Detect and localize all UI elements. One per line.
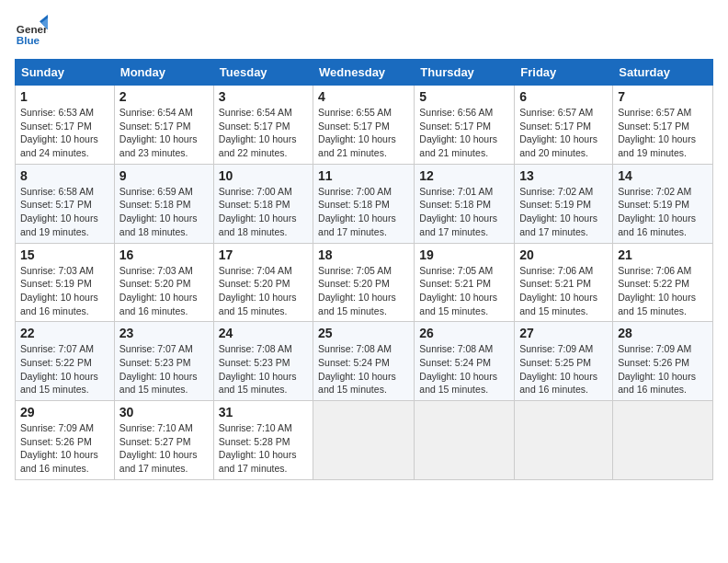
weekday-header-thursday: Thursday [415,60,515,86]
calendar-cell: 31Sunrise: 7:10 AM Sunset: 5:28 PM Dayli… [213,401,313,480]
calendar-cell: 5Sunrise: 6:56 AM Sunset: 5:17 PM Daylig… [415,86,515,165]
page-header: General Blue [15,15,713,48]
day-number: 30 [119,405,209,419]
calendar-cell: 8Sunrise: 6:58 AM Sunset: 5:17 PM Daylig… [16,164,115,243]
day-number: 3 [219,89,308,104]
day-info: Sunrise: 7:09 AM Sunset: 5:26 PM Dayligh… [20,421,109,476]
day-info: Sunrise: 7:10 AM Sunset: 5:28 PM Dayligh… [219,421,308,476]
day-info: Sunrise: 7:07 AM Sunset: 5:23 PM Dayligh… [119,342,209,396]
weekday-header-saturday: Saturday [613,60,713,86]
day-number: 13 [519,168,608,183]
day-number: 12 [419,168,509,183]
day-number: 24 [219,326,308,340]
day-info: Sunrise: 7:00 AM Sunset: 5:18 PM Dayligh… [318,185,409,239]
calendar-cell: 14Sunrise: 7:02 AM Sunset: 5:19 PM Dayli… [613,164,713,243]
calendar-cell: 27Sunrise: 7:09 AM Sunset: 5:25 PM Dayli… [515,322,613,401]
day-number: 5 [419,89,509,104]
calendar-week-4: 22Sunrise: 7:07 AM Sunset: 5:22 PM Dayli… [16,322,713,401]
logo-icon: General Blue [15,15,48,48]
day-info: Sunrise: 6:58 AM Sunset: 5:17 PM Dayligh… [20,185,109,239]
calendar-cell [415,401,515,480]
day-info: Sunrise: 7:00 AM Sunset: 5:18 PM Dayligh… [219,185,308,239]
calendar-cell: 21Sunrise: 7:06 AM Sunset: 5:22 PM Dayli… [613,243,713,322]
day-number: 20 [519,247,608,262]
calendar-week-2: 8Sunrise: 6:58 AM Sunset: 5:17 PM Daylig… [16,164,713,243]
calendar-cell: 6Sunrise: 6:57 AM Sunset: 5:17 PM Daylig… [515,86,613,165]
day-info: Sunrise: 6:54 AM Sunset: 5:17 PM Dayligh… [219,106,308,160]
calendar-cell: 16Sunrise: 7:03 AM Sunset: 5:20 PM Dayli… [114,243,213,322]
day-number: 17 [219,247,308,262]
calendar-cell: 2Sunrise: 6:54 AM Sunset: 5:17 PM Daylig… [114,86,213,165]
day-number: 14 [618,168,708,183]
calendar-cell: 26Sunrise: 7:08 AM Sunset: 5:24 PM Dayli… [415,322,515,401]
calendar-cell: 20Sunrise: 7:06 AM Sunset: 5:21 PM Dayli… [515,243,613,322]
day-number: 19 [419,247,509,262]
day-info: Sunrise: 7:01 AM Sunset: 5:18 PM Dayligh… [419,185,509,239]
day-number: 15 [20,247,109,262]
day-info: Sunrise: 7:05 AM Sunset: 5:21 PM Dayligh… [419,264,509,318]
calendar-week-5: 29Sunrise: 7:09 AM Sunset: 5:26 PM Dayli… [16,401,713,480]
weekday-header-monday: Monday [114,60,213,86]
weekday-header-wednesday: Wednesday [313,60,415,86]
calendar-cell: 25Sunrise: 7:08 AM Sunset: 5:24 PM Dayli… [313,322,415,401]
day-number: 27 [519,326,608,340]
day-info: Sunrise: 6:57 AM Sunset: 5:17 PM Dayligh… [618,106,708,160]
day-number: 1 [20,89,109,104]
day-number: 10 [219,168,308,183]
calendar-cell [515,401,613,480]
day-info: Sunrise: 7:07 AM Sunset: 5:22 PM Dayligh… [20,342,109,396]
day-number: 2 [119,89,209,104]
day-info: Sunrise: 6:57 AM Sunset: 5:17 PM Dayligh… [519,106,608,160]
day-number: 25 [318,326,409,340]
day-info: Sunrise: 7:08 AM Sunset: 5:24 PM Dayligh… [419,342,509,396]
day-number: 22 [20,326,109,340]
calendar-table: SundayMondayTuesdayWednesdayThursdayFrid… [15,59,713,480]
day-number: 23 [119,326,209,340]
calendar-cell: 13Sunrise: 7:02 AM Sunset: 5:19 PM Dayli… [515,164,613,243]
day-info: Sunrise: 6:59 AM Sunset: 5:18 PM Dayligh… [119,185,209,239]
day-info: Sunrise: 7:09 AM Sunset: 5:25 PM Dayligh… [519,342,608,396]
day-number: 18 [318,247,409,262]
calendar-cell: 7Sunrise: 6:57 AM Sunset: 5:17 PM Daylig… [613,86,713,165]
day-info: Sunrise: 7:09 AM Sunset: 5:26 PM Dayligh… [618,342,708,396]
calendar-cell: 1Sunrise: 6:53 AM Sunset: 5:17 PM Daylig… [16,86,115,165]
day-info: Sunrise: 7:03 AM Sunset: 5:20 PM Dayligh… [119,264,209,318]
calendar-cell: 30Sunrise: 7:10 AM Sunset: 5:27 PM Dayli… [114,401,213,480]
calendar-cell: 18Sunrise: 7:05 AM Sunset: 5:20 PM Dayli… [313,243,415,322]
calendar-cell [613,401,713,480]
day-info: Sunrise: 7:04 AM Sunset: 5:20 PM Dayligh… [219,264,308,318]
day-info: Sunrise: 6:55 AM Sunset: 5:17 PM Dayligh… [318,106,409,160]
day-number: 28 [618,326,708,340]
day-number: 21 [618,247,708,262]
day-number: 11 [318,168,409,183]
calendar-cell: 24Sunrise: 7:08 AM Sunset: 5:23 PM Dayli… [213,322,313,401]
calendar-cell: 11Sunrise: 7:00 AM Sunset: 5:18 PM Dayli… [313,164,415,243]
day-info: Sunrise: 6:56 AM Sunset: 5:17 PM Dayligh… [419,106,509,160]
calendar-cell: 3Sunrise: 6:54 AM Sunset: 5:17 PM Daylig… [213,86,313,165]
day-info: Sunrise: 7:08 AM Sunset: 5:24 PM Dayligh… [318,342,409,396]
calendar-cell [313,401,415,480]
calendar-week-3: 15Sunrise: 7:03 AM Sunset: 5:19 PM Dayli… [16,243,713,322]
calendar-cell: 17Sunrise: 7:04 AM Sunset: 5:20 PM Dayli… [213,243,313,322]
day-info: Sunrise: 7:06 AM Sunset: 5:22 PM Dayligh… [618,264,708,318]
weekday-header-friday: Friday [515,60,613,86]
day-info: Sunrise: 7:08 AM Sunset: 5:23 PM Dayligh… [219,342,308,396]
day-number: 26 [419,326,509,340]
weekday-header-sunday: Sunday [16,60,115,86]
day-number: 4 [318,89,409,104]
calendar-cell: 10Sunrise: 7:00 AM Sunset: 5:18 PM Dayli… [213,164,313,243]
day-info: Sunrise: 7:02 AM Sunset: 5:19 PM Dayligh… [519,185,608,239]
calendar-cell: 4Sunrise: 6:55 AM Sunset: 5:17 PM Daylig… [313,86,415,165]
day-info: Sunrise: 6:53 AM Sunset: 5:17 PM Dayligh… [20,106,109,160]
day-number: 16 [119,247,209,262]
day-info: Sunrise: 6:54 AM Sunset: 5:17 PM Dayligh… [119,106,209,160]
weekday-header-tuesday: Tuesday [213,60,313,86]
day-info: Sunrise: 7:02 AM Sunset: 5:19 PM Dayligh… [618,185,708,239]
day-number: 29 [20,405,109,419]
weekday-header-row: SundayMondayTuesdayWednesdayThursdayFrid… [16,60,713,86]
day-info: Sunrise: 7:05 AM Sunset: 5:20 PM Dayligh… [318,264,409,318]
calendar-cell: 9Sunrise: 6:59 AM Sunset: 5:18 PM Daylig… [114,164,213,243]
calendar-week-1: 1Sunrise: 6:53 AM Sunset: 5:17 PM Daylig… [16,86,713,165]
calendar-cell: 19Sunrise: 7:05 AM Sunset: 5:21 PM Dayli… [415,243,515,322]
logo: General Blue [15,15,48,48]
